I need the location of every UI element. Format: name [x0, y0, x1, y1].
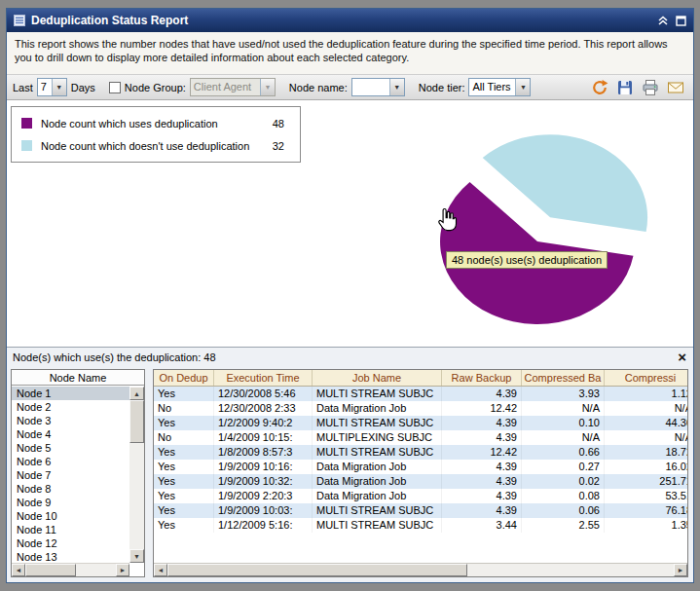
scroll-left-icon[interactable]: ◄	[154, 564, 167, 576]
table-row[interactable]: No12/30/2008 2:33Data Migration Job12.42…	[154, 401, 687, 416]
list-item[interactable]: Node 13	[12, 550, 129, 563]
table-cell: 44.30	[605, 416, 687, 430]
table-row[interactable]: Yes1/9/2009 10:03:MULTI STREAM SUBJC4.39…	[154, 503, 687, 518]
node-list-vertical-scrollbar[interactable]: ▲ ▼	[129, 387, 144, 563]
table-cell: Data Migration Job	[313, 460, 442, 474]
table-row[interactable]: Yes1/2/2009 9:40:2MULTI STREAM SUBJC4.39…	[154, 416, 687, 430]
table-cell: 4.39	[442, 460, 522, 474]
title-bar: Deduplication Status Report	[7, 9, 693, 32]
table-cell: 12.42	[442, 445, 522, 460]
list-item[interactable]: Node 6	[12, 455, 129, 468]
table-row[interactable]: Yes1/9/2009 2:20:3Data Migration Job4.39…	[154, 489, 687, 503]
maximize-icon[interactable]	[676, 16, 686, 26]
print-icon[interactable]	[641, 78, 660, 97]
table-cell: 1/9/2009 2:20:3	[214, 489, 313, 503]
chevron-down-icon[interactable]: ▼	[52, 79, 66, 95]
column-header[interactable]: Raw Backup	[442, 370, 522, 386]
list-item[interactable]: Node 7	[12, 468, 129, 482]
days-label: Days	[71, 82, 95, 93]
list-item[interactable]: Node 12	[12, 536, 129, 550]
window-title: Deduplication Status Report	[31, 14, 657, 27]
list-item[interactable]: Node 2	[12, 400, 129, 414]
toolbar: Last 7 ▼ Days Node Group: Client Agent ▼…	[7, 75, 693, 100]
list-item[interactable]: Node 8	[12, 482, 129, 496]
table-row[interactable]: Yes1/8/2009 8:57:3MULTI STREAM SUBJC12.4…	[154, 445, 687, 460]
table-cell: 3.44	[442, 518, 522, 533]
list-item[interactable]: Node 9	[12, 496, 129, 509]
chevron-down-icon[interactable]: ▼	[515, 79, 530, 95]
scroll-right-icon[interactable]: ►	[116, 564, 129, 576]
table-cell: 4.39	[442, 416, 522, 430]
scroll-up-icon[interactable]: ▲	[129, 387, 144, 400]
table-cell: Data Migration Job	[313, 489, 442, 503]
table-cell: MULTI STREAM SUBJC	[313, 387, 442, 401]
table-cell: 12/30/2008 2:33	[214, 401, 313, 416]
chart-legend: Node count which uses deduplication48Nod…	[11, 106, 301, 163]
save-icon[interactable]	[615, 78, 635, 97]
legend-item: Node count which doesn't use deduplicati…	[21, 134, 290, 157]
node-name-combo[interactable]: ▼	[351, 78, 405, 96]
column-header[interactable]: Compressed Ba	[522, 370, 605, 386]
column-header[interactable]: Compressi	[605, 370, 687, 386]
report-description: This report shows the number nodes that …	[7, 32, 693, 75]
table-cell: 4.39	[442, 387, 522, 401]
table-row[interactable]: Yes1/12/2009 5:16:MULTI STREAM SUBJC3.44…	[154, 518, 687, 533]
legend-swatch	[21, 140, 32, 151]
table-cell: Yes	[154, 474, 214, 489]
detail-table: On DedupExecution TimeJob NameRaw Backup…	[153, 369, 688, 577]
list-item[interactable]: Node 4	[12, 427, 129, 441]
node-name-input[interactable]	[352, 79, 389, 95]
scroll-down-icon[interactable]: ▼	[129, 549, 144, 563]
scroll-right-icon[interactable]: ►	[674, 564, 687, 576]
close-icon[interactable]: ×	[678, 349, 686, 366]
table-cell: 0.02	[522, 474, 605, 489]
table-cell: 16.02	[605, 460, 687, 474]
table-cell: 12/30/2008 5:46	[214, 387, 313, 401]
chart-area: Node count which uses deduplication48Nod…	[7, 100, 693, 347]
node-tier-select[interactable]: All Tiers ▼	[468, 78, 531, 96]
scrollbar-thumb[interactable]	[25, 564, 76, 576]
table-cell: No	[154, 430, 214, 445]
table-row[interactable]: No1/4/2009 10:15:MULTIPLEXING SUBJC4.39N…	[154, 430, 687, 445]
table-cell: 53.51	[605, 489, 687, 503]
scroll-left-icon[interactable]: ◄	[12, 564, 25, 576]
scrollbar-thumb[interactable]	[167, 564, 467, 576]
list-item[interactable]: Node 11	[12, 523, 129, 536]
column-header[interactable]: Job Name	[313, 370, 442, 386]
table-cell: N/A	[522, 430, 605, 445]
table-cell: MULTI STREAM SUBJC	[313, 445, 442, 460]
table-cell: Yes	[154, 489, 214, 503]
scrollbar-thumb[interactable]	[129, 400, 144, 443]
list-item[interactable]: Node 5	[12, 441, 129, 455]
table-cell: 1/9/2009 10:16:	[214, 460, 313, 474]
node-group-checkbox[interactable]	[109, 82, 121, 93]
email-icon[interactable]	[666, 78, 685, 97]
node-list-horizontal-scrollbar[interactable]: ◄ ►	[12, 563, 129, 576]
column-header[interactable]: On Dedup	[154, 370, 214, 386]
table-cell: 76.18	[605, 503, 687, 518]
list-item[interactable]: Node 10	[12, 509, 129, 523]
table-cell: Yes	[154, 503, 214, 518]
table-horizontal-scrollbar[interactable]: ◄ ►	[154, 563, 687, 576]
node-group-select: Client Agent ▼	[190, 78, 276, 96]
table-cell: 0.66	[522, 445, 605, 460]
chevron-down-icon[interactable]: ▼	[389, 79, 404, 95]
refresh-icon[interactable]	[590, 78, 609, 97]
table-cell: N/A	[605, 401, 687, 416]
last-label: Last	[13, 82, 33, 93]
column-header[interactable]: Execution Time	[214, 370, 313, 386]
table-row[interactable]: Yes12/30/2008 5:46MULTI STREAM SUBJC4.39…	[154, 387, 687, 401]
table-cell: 18.72	[605, 445, 687, 460]
table-cell: 0.27	[522, 460, 605, 474]
days-count-select[interactable]: 7 ▼	[37, 78, 67, 96]
table-cell: Data Migration Job	[313, 401, 442, 416]
chevron-down-icon: ▼	[260, 79, 275, 95]
list-item[interactable]: Node 3	[12, 414, 129, 427]
table-row[interactable]: Yes1/9/2009 10:32:Data Migration Job4.39…	[154, 474, 687, 489]
node-list-header[interactable]: Node Name	[12, 370, 144, 386]
list-item[interactable]: Node 1	[12, 387, 129, 400]
table-row[interactable]: Yes1/9/2009 10:16:Data Migration Job4.39…	[154, 460, 687, 474]
collapse-icon[interactable]	[657, 16, 669, 25]
detail-panel: Node(s) which use(s) the deduplication: …	[7, 347, 693, 582]
table-cell: 1/12/2009 5:16:	[214, 518, 313, 533]
